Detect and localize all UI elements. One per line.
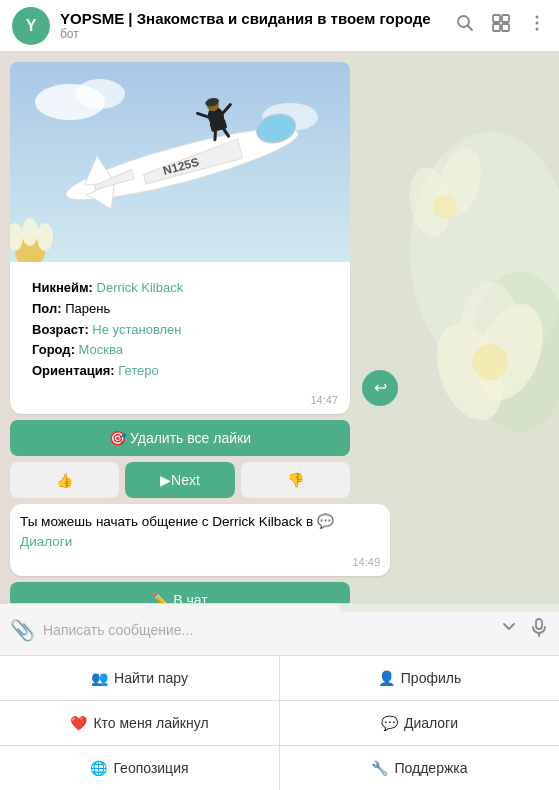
delete-likes-container: 🎯 Удалить все лайки [10, 420, 350, 456]
attach-icon[interactable]: 📎 [10, 618, 35, 642]
like-button[interactable]: 👍 [10, 462, 119, 498]
svg-rect-42 [536, 619, 542, 629]
header-actions [455, 13, 547, 38]
nav-profile[interactable]: 👤 Профиль [280, 656, 559, 700]
svg-point-21 [75, 79, 125, 109]
profile-icon: 👤 [378, 670, 395, 686]
svg-rect-3 [502, 15, 509, 22]
svg-point-40 [22, 218, 38, 246]
header-subtitle: бот [60, 27, 455, 41]
support-label: Поддержка [394, 760, 467, 776]
svg-line-1 [468, 26, 473, 31]
profile-label: Профиль [401, 670, 461, 686]
profile-details: Никнейм: Derrick Kilback Пол: Парень Воз… [22, 270, 338, 390]
profile-timestamp: 14:47 [22, 394, 338, 406]
svg-rect-2 [493, 15, 500, 22]
profile-card: N125S [10, 62, 350, 414]
dialogs-label: Диалоги [404, 715, 458, 731]
geo-icon: 🌐 [90, 760, 107, 776]
svg-point-7 [536, 22, 539, 25]
dialog-link[interactable]: Диалоги [20, 534, 72, 549]
dialog-message: Ты можешь начать общение с Derrick Kilba… [10, 504, 390, 577]
nav-find-pair[interactable]: 👥 Найти пару [0, 656, 279, 700]
next-button[interactable]: ▶Next [125, 462, 234, 498]
input-right-icons [499, 617, 549, 642]
delete-likes-button[interactable]: 🎯 Удалить все лайки [10, 420, 350, 456]
header-info: YOPSME | Знакомства и свидания в твоем г… [60, 10, 455, 41]
nav-support[interactable]: 🔧 Поддержка [280, 746, 559, 790]
bot-avatar: Y [12, 7, 50, 45]
geo-label: Геопозиция [113, 760, 188, 776]
dialog-timestamp: 14:49 [20, 556, 380, 568]
support-icon: 🔧 [371, 760, 388, 776]
dialogs-icon: 💬 [381, 715, 398, 731]
chat-button-container: ✏️ В чат [10, 582, 350, 603]
layout-icon[interactable] [491, 13, 511, 38]
svg-point-8 [536, 28, 539, 31]
who-liked-label: Кто меня лайкнул [93, 715, 208, 731]
profile-photo: N125S [10, 62, 350, 262]
mic-icon[interactable] [529, 617, 549, 642]
nav-geo[interactable]: 🌐 Геопозиция [0, 746, 279, 790]
find-pair-icon: 👥 [91, 670, 108, 686]
nav-who-liked[interactable]: ❤️ Кто меня лайкнул [0, 701, 279, 745]
dislike-button[interactable]: 👎 [241, 462, 350, 498]
chat-button[interactable]: ✏️ В чат [10, 582, 350, 603]
message-input[interactable] [43, 622, 491, 638]
who-liked-icon: ❤️ [70, 715, 87, 731]
message-input-area: 📎 [0, 603, 559, 655]
chat-header: Y YOPSME | Знакомства и свидания в твоем… [0, 0, 559, 52]
reply-button[interactable]: ↩ [362, 370, 398, 406]
find-pair-label: Найти пару [114, 670, 188, 686]
svg-rect-4 [493, 24, 500, 31]
profile-info: Никнейм: Derrick Kilback Пол: Парень Воз… [10, 262, 350, 414]
dialog-text: Ты можешь начать общение с Derrick Kilba… [20, 512, 380, 553]
svg-rect-5 [502, 24, 509, 31]
more-icon[interactable] [527, 13, 547, 38]
header-title: YOPSME | Знакомства и свидания в твоем г… [60, 10, 455, 27]
svg-point-6 [536, 16, 539, 19]
reaction-buttons: 👍 ▶Next 👎 [10, 462, 350, 498]
nav-dialogs[interactable]: 💬 Диалоги [280, 701, 559, 745]
chevron-down-icon[interactable] [499, 617, 519, 642]
bottom-navigation: 👥 Найти пару 👤 Профиль ❤️ Кто меня лайкн… [0, 655, 559, 790]
search-icon[interactable] [455, 13, 475, 38]
svg-point-41 [37, 223, 53, 251]
chat-area: N125S [0, 52, 559, 603]
